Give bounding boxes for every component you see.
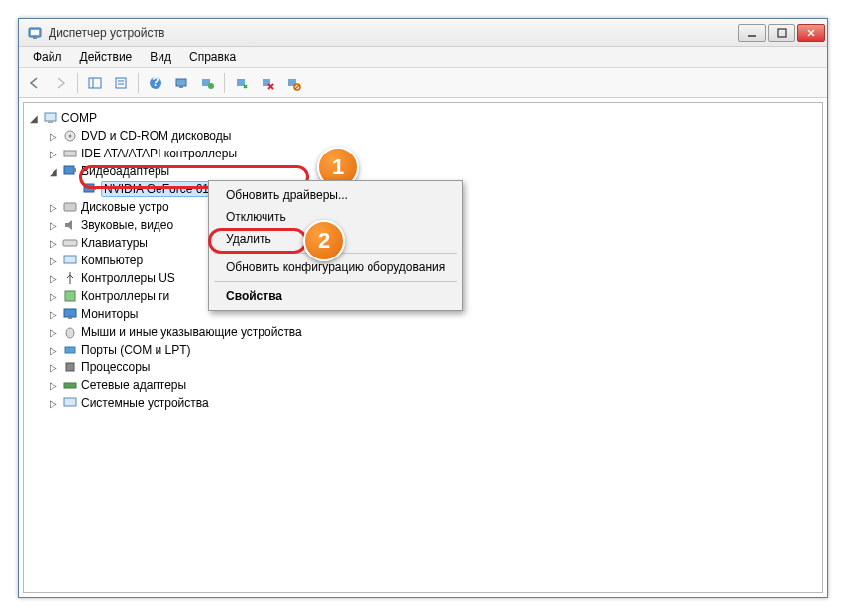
enable-button[interactable] <box>230 71 254 95</box>
tree-item[interactable]: ▷Системные устройства <box>46 394 820 412</box>
tree-item[interactable]: ▷Процессоры <box>46 359 820 376</box>
svg-rect-14 <box>176 79 186 86</box>
minimize-button[interactable] <box>738 24 766 42</box>
svg-rect-26 <box>48 121 53 123</box>
svg-rect-31 <box>74 168 76 172</box>
ctx-update-drivers[interactable]: Обновить драйверы... <box>212 184 459 206</box>
tree-item[interactable]: ▷Порты (COM и LPT) <box>46 341 820 359</box>
svg-rect-1 <box>31 30 39 35</box>
menu-help[interactable]: Справка <box>181 49 244 66</box>
monitor-icon <box>62 306 78 322</box>
tree-item-video[interactable]: ◢Видеоадаптеры <box>46 162 820 180</box>
window-title: Диспетчер устройств <box>49 26 738 40</box>
ide-icon <box>62 146 78 161</box>
mouse-icon <box>62 324 78 340</box>
scan-hardware-button[interactable] <box>169 71 193 95</box>
svg-rect-44 <box>64 398 76 406</box>
window-buttons <box>738 24 825 42</box>
tree-item[interactable]: ▷IDE ATA/ATAPI контроллеры <box>46 145 820 162</box>
expand-icon[interactable]: ▷ <box>48 362 59 373</box>
menu-action[interactable]: Действие <box>72 49 141 66</box>
expand-icon[interactable]: ▷ <box>48 238 59 249</box>
properties-button[interactable] <box>109 71 133 95</box>
toolbar: ? <box>19 68 827 98</box>
expand-icon[interactable]: ▷ <box>48 220 59 231</box>
svg-point-17 <box>208 83 214 89</box>
svg-rect-42 <box>66 363 74 371</box>
system-icon <box>62 395 78 411</box>
expand-icon[interactable]: ▷ <box>48 398 59 409</box>
expand-icon[interactable]: ▷ <box>48 327 59 338</box>
ctx-disable[interactable]: Отключить <box>212 206 459 228</box>
device-manager-window: Диспетчер устройств Файл Действие Вид Сп… <box>18 18 828 598</box>
tree-item[interactable]: ▷Сетевые адаптеры <box>46 376 820 394</box>
tree-root[interactable]: ◢ COMP <box>26 109 820 127</box>
update-driver-button[interactable] <box>195 71 219 95</box>
svg-rect-36 <box>64 256 76 263</box>
tree-item[interactable]: ▷Мыши и иные указывающие устройства <box>46 323 820 341</box>
nav-back-button[interactable] <box>23 71 47 95</box>
network-icon <box>62 377 78 393</box>
nav-forward-button[interactable] <box>49 71 72 95</box>
device-tree-panel: ◢ COMP ▷DVD и CD-ROM дисководы ▷IDE ATA/… <box>23 102 823 593</box>
expand-icon[interactable]: ▷ <box>48 345 59 356</box>
expand-icon[interactable]: ▷ <box>48 380 59 391</box>
ctx-rescan[interactable]: Обновить конфигурацию оборудования <box>212 257 459 278</box>
show-hide-tree-button[interactable] <box>83 71 107 95</box>
svg-rect-32 <box>84 184 94 192</box>
menu-file[interactable]: Файл <box>25 49 70 66</box>
disc-icon <box>62 128 78 144</box>
ctx-separator <box>214 281 457 282</box>
svg-rect-34 <box>64 203 76 211</box>
svg-rect-41 <box>65 347 75 353</box>
port-icon <box>62 342 78 358</box>
svg-rect-43 <box>64 383 76 388</box>
svg-rect-39 <box>68 317 72 319</box>
disk-icon <box>62 199 78 215</box>
toolbar-separator <box>138 73 139 93</box>
collapse-icon[interactable]: ◢ <box>28 113 40 124</box>
cpu-icon <box>62 359 78 375</box>
menu-view[interactable]: Вид <box>142 49 179 66</box>
svg-rect-29 <box>64 151 76 156</box>
svg-rect-25 <box>45 113 56 121</box>
svg-rect-4 <box>778 29 786 37</box>
expand-icon[interactable]: ▷ <box>48 131 59 142</box>
svg-rect-33 <box>94 186 96 190</box>
expand-icon[interactable]: ▷ <box>48 256 59 266</box>
svg-rect-37 <box>65 291 75 301</box>
svg-point-28 <box>69 135 72 138</box>
expand-icon[interactable]: ▷ <box>48 273 59 284</box>
uninstall-button[interactable] <box>256 71 279 95</box>
usb-icon <box>62 270 78 286</box>
svg-point-40 <box>66 328 74 338</box>
collapse-icon[interactable]: ◢ <box>48 166 59 177</box>
toolbar-separator <box>224 73 225 93</box>
svg-rect-18 <box>237 79 245 86</box>
svg-rect-35 <box>63 240 77 246</box>
expand-icon[interactable]: ▷ <box>48 309 59 320</box>
ctx-delete[interactable]: Удалить <box>212 228 459 250</box>
tree-root-label: COMP <box>61 111 97 125</box>
ctx-properties[interactable]: Свойства <box>212 285 459 307</box>
expand-icon[interactable]: ▷ <box>48 291 59 302</box>
disable-button[interactable] <box>281 71 305 95</box>
help-button[interactable]: ? <box>144 71 167 95</box>
sound-icon <box>62 217 78 233</box>
svg-text:?: ? <box>152 75 159 89</box>
svg-rect-7 <box>89 78 101 88</box>
close-button[interactable] <box>797 24 825 42</box>
svg-rect-2 <box>33 37 37 39</box>
display-adapter-icon <box>82 181 98 197</box>
maximize-button[interactable] <box>768 24 795 42</box>
expand-icon[interactable]: ▷ <box>48 202 59 213</box>
titlebar: Диспетчер устройств <box>19 19 827 47</box>
tree-item[interactable]: ▷DVD и CD-ROM дисководы <box>46 127 820 145</box>
keyboard-icon <box>62 235 78 251</box>
display-adapter-icon <box>62 163 78 179</box>
app-icon <box>27 25 43 41</box>
computer-icon <box>43 110 58 126</box>
computer-icon <box>62 253 78 268</box>
expand-icon[interactable]: ▷ <box>48 149 59 159</box>
svg-rect-9 <box>116 78 126 88</box>
